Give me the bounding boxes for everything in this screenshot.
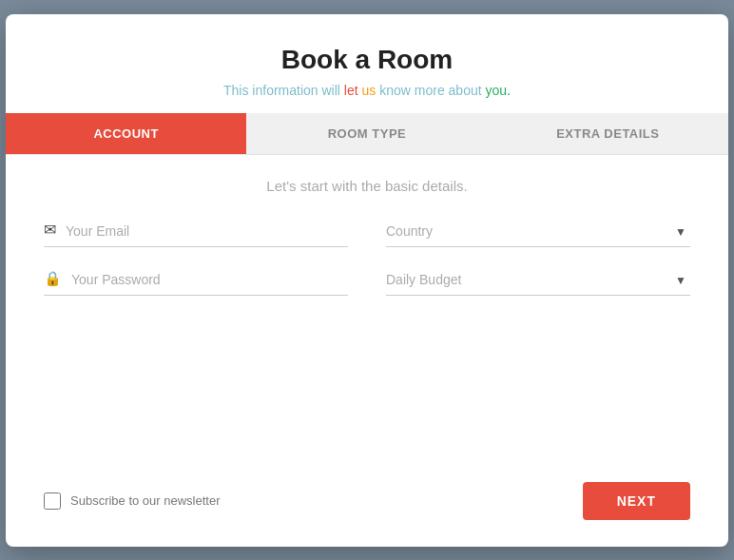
email-icon <box>44 221 56 239</box>
email-field-container <box>44 221 348 247</box>
booking-modal: Book a Room This information will let us… <box>6 14 728 547</box>
budget-select-container: Daily Budget $50 - $100 $100 - $200 $200… <box>386 270 690 296</box>
modal-header: Book a Room This information will let us… <box>6 14 728 113</box>
modal-subtitle: This information will let us know more a… <box>44 83 690 98</box>
tab-account[interactable]: ACCOUNT <box>6 113 246 154</box>
form-subtitle: Let's start with the basic details. <box>44 178 690 194</box>
newsletter-label[interactable]: Subscribe to our newsletter <box>44 492 221 510</box>
modal-title: Book a Room <box>44 45 690 75</box>
modal-footer: Subscribe to our newsletter NEXT <box>6 467 728 547</box>
budget-select[interactable]: Daily Budget $50 - $100 $100 - $200 $200… <box>386 270 690 289</box>
country-select[interactable]: Country United States United Kingdom Fra… <box>386 222 690 241</box>
tab-extra-details[interactable]: EXTRA DETAILS <box>488 113 728 154</box>
email-input[interactable] <box>66 222 348 241</box>
form-row-2: Daily Budget $50 - $100 $100 - $200 $200… <box>44 270 690 296</box>
newsletter-text: Subscribe to our newsletter <box>70 493 221 508</box>
next-button[interactable]: NEXT <box>583 482 690 520</box>
tabs-container: ACCOUNT ROOM TYPE EXTRA DETAILS <box>6 113 728 155</box>
form-row-1: Country United States United Kingdom Fra… <box>44 221 690 247</box>
newsletter-checkbox[interactable] <box>44 492 61 510</box>
form-section: Let's start with the basic details. Coun… <box>6 155 728 467</box>
tab-room-type[interactable]: ROOM TYPE <box>246 113 487 154</box>
password-field-container <box>44 270 348 296</box>
password-input[interactable] <box>71 270 348 289</box>
lock-icon <box>44 270 62 287</box>
country-select-container: Country United States United Kingdom Fra… <box>386 222 690 247</box>
